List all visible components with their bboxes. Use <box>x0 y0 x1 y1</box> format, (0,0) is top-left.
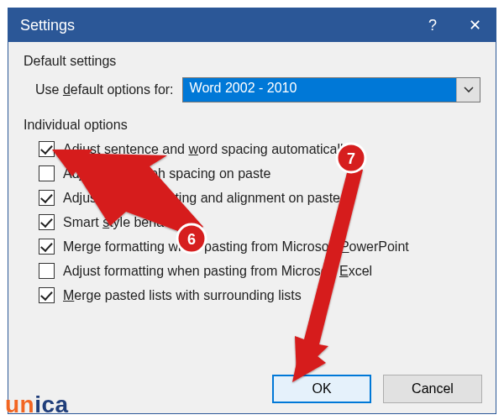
checkbox[interactable] <box>39 190 55 206</box>
checkbox[interactable] <box>39 287 55 303</box>
option-label: Adjust paragraph spacing on paste <box>63 166 270 181</box>
select-value: Word 2002 - 2010 <box>183 78 456 102</box>
checkbox[interactable] <box>39 141 55 157</box>
chevron-down-icon[interactable] <box>456 78 480 102</box>
watermark: unica <box>5 391 69 418</box>
help-button[interactable]: ? <box>412 8 454 42</box>
help-icon: ? <box>428 17 437 34</box>
default-options-label: Use default options for: <box>35 82 174 97</box>
button-bar: OK Cancel <box>272 375 482 403</box>
checkbox[interactable] <box>39 165 55 181</box>
checkbox[interactable] <box>39 239 55 255</box>
individual-options-label: Individual options <box>24 118 480 133</box>
close-icon: ✕ <box>469 16 481 34</box>
settings-dialog: Settings ? ✕ Default settings Use defaul… <box>8 8 496 414</box>
option-label: Merge pasted lists with surrounding list… <box>63 288 302 303</box>
option-label: Merge formatting when pasting from Micro… <box>63 239 409 255</box>
default-options-select[interactable]: Word 2002 - 2010 <box>182 77 480 102</box>
option-row: Smart style behavior <box>39 214 480 230</box>
dialog-content: Default settings Use default options for… <box>8 42 496 323</box>
option-row: Merge pasted lists with surrounding list… <box>39 287 480 303</box>
checkbox[interactable] <box>39 214 55 230</box>
default-options-row: Use default options for: Word 2002 - 201… <box>35 77 480 102</box>
option-label: Smart style behavior <box>63 215 186 230</box>
option-label: Adjust sentence and word spacing automat… <box>63 142 350 157</box>
checkbox[interactable] <box>39 263 55 279</box>
option-row: Adjust sentence and word spacing automat… <box>39 141 480 157</box>
option-row: Adjust table formatting and alignment on… <box>39 190 480 206</box>
option-row: Adjust paragraph spacing on paste <box>39 165 480 181</box>
cancel-button[interactable]: Cancel <box>383 375 482 403</box>
ok-button[interactable]: OK <box>272 375 371 403</box>
option-label: Adjust formatting when pasting from Micr… <box>63 264 372 279</box>
default-settings-label: Default settings <box>24 54 480 69</box>
close-button[interactable]: ✕ <box>454 8 496 42</box>
option-row: Merge formatting when pasting from Micro… <box>39 239 480 255</box>
option-label: Adjust table formatting and alignment on… <box>63 191 340 206</box>
titlebar: Settings ? ✕ <box>8 8 496 42</box>
window-title: Settings <box>20 17 412 34</box>
individual-options-list: Adjust sentence and word spacing automat… <box>39 141 480 303</box>
option-row: Adjust formatting when pasting from Micr… <box>39 263 480 279</box>
